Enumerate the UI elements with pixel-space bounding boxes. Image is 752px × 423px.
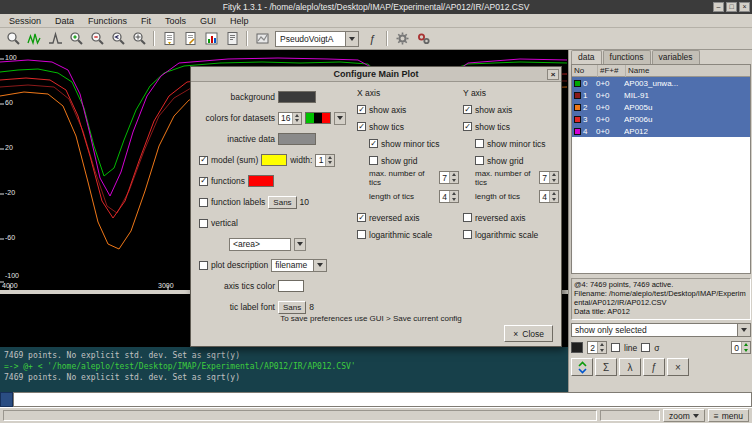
table-row[interactable]: 1 0+0 MIL-91 bbox=[572, 89, 750, 101]
zoom-previous-button[interactable] bbox=[108, 30, 128, 48]
line-checkbox[interactable] bbox=[611, 343, 620, 352]
tic-font-button[interactable]: Sans bbox=[278, 301, 306, 314]
dataset-color-swatch[interactable] bbox=[574, 104, 581, 111]
load-data-button[interactable] bbox=[159, 30, 179, 48]
peak-type-combo[interactable]: PseudoVoigtA bbox=[275, 31, 359, 47]
label-format-combo[interactable]: <area> bbox=[229, 238, 291, 251]
background-color-swatch[interactable] bbox=[278, 91, 316, 103]
window-titlebar[interactable]: Fityk 1.3.1 - /home/aleplo/test/Desktop/… bbox=[0, 0, 752, 14]
dialog-close-icon[interactable]: × bbox=[547, 69, 559, 80]
chevron-down-icon[interactable] bbox=[313, 260, 326, 271]
column-header-no[interactable]: No bbox=[572, 65, 598, 77]
zoom-dropdown[interactable]: zoom bbox=[663, 409, 705, 422]
menu-tools[interactable]: Tools bbox=[158, 16, 193, 26]
chevron-down-icon[interactable] bbox=[334, 112, 346, 125]
command-input[interactable] bbox=[13, 392, 752, 407]
x-show-tics-checkbox[interactable]: ✓ bbox=[357, 122, 366, 131]
data-editor-button[interactable] bbox=[180, 30, 200, 48]
sum-datasets-button[interactable]: Σ bbox=[595, 358, 617, 376]
dataset-color-swatch[interactable] bbox=[574, 128, 581, 135]
execute-gears-button[interactable] bbox=[413, 30, 433, 48]
delete-dataset-button[interactable]: × bbox=[667, 358, 689, 376]
tab-data[interactable]: data bbox=[571, 50, 602, 64]
x-tic-len-spinner[interactable]: 4 bbox=[439, 190, 459, 203]
menu-gui[interactable]: GUI bbox=[193, 16, 223, 26]
functions-color-swatch[interactable] bbox=[248, 175, 274, 187]
dialog-titlebar[interactable]: Configure Main Plot × bbox=[191, 67, 561, 82]
tab-variables[interactable]: variables bbox=[652, 50, 700, 64]
y-show-axis-checkbox[interactable]: ✓ bbox=[463, 105, 472, 114]
vertical-checkbox[interactable] bbox=[199, 219, 208, 228]
point-color-swatch[interactable] bbox=[571, 342, 583, 353]
y-log-checkbox[interactable] bbox=[463, 230, 472, 239]
label-font-button[interactable]: Sans bbox=[268, 196, 296, 209]
axis-tics-color-swatch[interactable] bbox=[278, 280, 304, 292]
table-row[interactable]: 0 0+0 AP003_unwa... bbox=[572, 77, 750, 89]
dataset-colors-strip[interactable] bbox=[305, 112, 331, 124]
column-header-name[interactable]: Name bbox=[626, 65, 750, 77]
y-show-minor-tics-checkbox[interactable] bbox=[475, 139, 484, 148]
show-filter-combo[interactable]: show only selected bbox=[571, 323, 751, 337]
menu-functions[interactable]: Functions bbox=[81, 16, 134, 26]
functions-checkbox[interactable]: ✓ bbox=[199, 177, 208, 186]
full-view-button[interactable] bbox=[129, 30, 149, 48]
add-function-button[interactable]: ƒ bbox=[362, 30, 382, 48]
maximize-button[interactable]: □ bbox=[726, 2, 737, 12]
table-row[interactable]: 2 0+0 AP005u bbox=[572, 101, 750, 113]
x-show-grid-checkbox[interactable] bbox=[369, 156, 378, 165]
x-show-minor-tics-checkbox[interactable]: ✓ bbox=[369, 139, 378, 148]
sigma-checkbox[interactable] bbox=[641, 343, 650, 352]
dialog-close-button[interactable]: × Close bbox=[504, 325, 553, 342]
x-reversed-checkbox[interactable]: ✓ bbox=[357, 213, 366, 222]
y-tic-len-spinner[interactable]: 4 bbox=[539, 190, 559, 203]
chevron-down-icon[interactable] bbox=[294, 238, 306, 251]
function-editor-button[interactable]: ƒ bbox=[643, 358, 665, 376]
dataset-plot-button[interactable] bbox=[201, 30, 221, 48]
chevron-down-icon[interactable] bbox=[737, 324, 750, 336]
peak-type-value: PseudoVoigtA bbox=[280, 34, 333, 44]
model-width-spinner[interactable]: 1 bbox=[315, 154, 335, 167]
column-header-fn[interactable]: #F+# bbox=[598, 65, 626, 77]
zoom-out-button[interactable] bbox=[87, 30, 107, 48]
shift-spinner[interactable]: 0 bbox=[731, 341, 751, 354]
minimize-button[interactable]: – bbox=[713, 2, 724, 12]
menu-data[interactable]: Data bbox=[48, 16, 81, 26]
function-labels-checkbox[interactable] bbox=[199, 198, 208, 207]
zoom-in-button[interactable] bbox=[66, 30, 86, 48]
settings-button[interactable] bbox=[392, 30, 412, 48]
table-row[interactable]: 3 0+0 AP006u bbox=[572, 113, 750, 125]
dataset-color-swatch[interactable] bbox=[574, 92, 581, 99]
y-reversed-checkbox[interactable] bbox=[463, 213, 472, 222]
close-button[interactable]: × bbox=[739, 2, 750, 12]
script-button[interactable] bbox=[222, 30, 242, 48]
menu-session[interactable]: Session bbox=[2, 16, 48, 26]
menu-dropdown[interactable]: ≡ menu bbox=[708, 409, 749, 422]
plot-description-checkbox[interactable] bbox=[199, 261, 208, 270]
zoom-vertical-button[interactable] bbox=[24, 30, 44, 48]
y-show-tics-checkbox[interactable]: ✓ bbox=[463, 122, 472, 131]
dataset-color-swatch[interactable] bbox=[574, 116, 581, 123]
tab-functions[interactable]: functions bbox=[603, 50, 651, 64]
x-max-tics-spinner[interactable]: 7 bbox=[439, 171, 459, 184]
y-show-grid-checkbox[interactable] bbox=[475, 156, 484, 165]
menu-help[interactable]: Help bbox=[223, 16, 256, 26]
x-show-axis-checkbox[interactable]: ✓ bbox=[357, 105, 366, 114]
zoom-all-button[interactable] bbox=[3, 30, 23, 48]
inactive-data-color-swatch[interactable] bbox=[278, 133, 316, 145]
y-max-tics-spinner[interactable]: 7 bbox=[539, 171, 559, 184]
x-log-checkbox[interactable] bbox=[357, 230, 366, 239]
reorder-datasets-button[interactable] bbox=[571, 358, 593, 376]
definition-manager-button[interactable] bbox=[252, 30, 272, 48]
zoom-peak-button[interactable] bbox=[45, 30, 65, 48]
point-size-spinner[interactable]: 2 bbox=[587, 341, 607, 354]
plot-description-combo[interactable]: filename bbox=[271, 259, 327, 272]
dataset-colors-count-spinner[interactable]: 16 bbox=[278, 112, 302, 125]
menu-fit[interactable]: Fit bbox=[134, 16, 158, 26]
model-color-swatch[interactable] bbox=[261, 154, 287, 166]
prompt-button[interactable] bbox=[0, 392, 13, 407]
dataset-color-swatch[interactable] bbox=[574, 80, 581, 87]
transform-button[interactable]: λ bbox=[619, 358, 641, 376]
table-row[interactable]: 4 0+0 AP012 bbox=[572, 125, 750, 137]
model-sum-checkbox[interactable]: ✓ bbox=[199, 156, 208, 165]
chevron-down-icon[interactable] bbox=[345, 32, 358, 46]
